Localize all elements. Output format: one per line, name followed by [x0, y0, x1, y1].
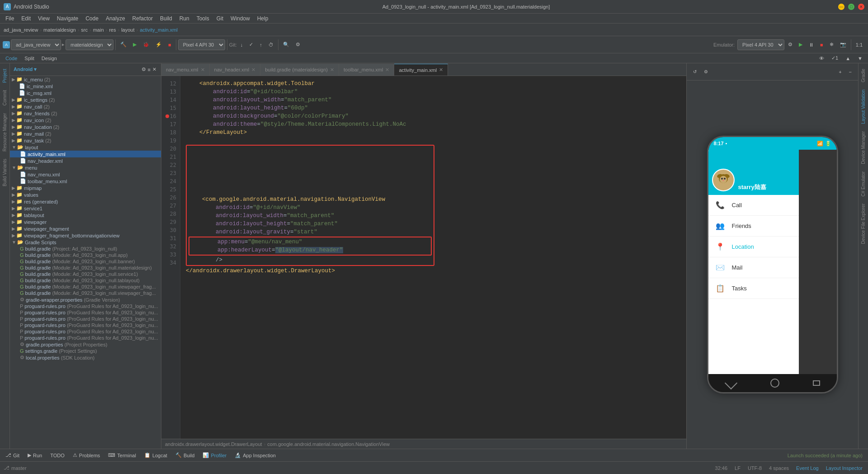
sidebar-tab-resource[interactable]: Resource Manager — [1, 109, 9, 155]
tree-item-nav-friends[interactable]: ▶ 📁 nav_friends (2) — [10, 110, 161, 117]
sidebar-tab-project[interactable]: Project — [1, 65, 9, 86]
home-button[interactable] — [770, 379, 779, 388]
tree-item-ic-mine[interactable]: 📄 ic_mine.xml — [10, 83, 161, 90]
tree-item-gradle-props[interactable]: ⚙ gradle.properties (Project Properties) — [10, 341, 161, 348]
1-1-button[interactable]: 1:1 — [853, 38, 865, 51]
bottom-todo-button[interactable]: TODO — [47, 450, 68, 460]
cursor-position[interactable]: 32:46 — [713, 465, 730, 471]
tab-close-activity-main[interactable]: ✕ — [439, 67, 443, 73]
emulator-stop-button[interactable]: ■ — [817, 38, 826, 51]
menu-edit[interactable]: Edit — [18, 14, 34, 23]
tab-close-build-gradle[interactable]: ✕ — [330, 67, 334, 73]
sidebar-tab-device-file[interactable]: Device File Explorer — [859, 200, 867, 247]
module-dropdown[interactable]: materialdesign — [66, 39, 113, 50]
path-layout[interactable]: layout — [121, 27, 134, 33]
tree-item-settings-gradle[interactable]: G settings.gradle (Project Settings) — [10, 348, 161, 354]
path-module[interactable]: materialdesign — [43, 27, 76, 33]
tree-item-viewpager[interactable]: ▶ 📁 viewpager — [10, 218, 161, 225]
tree-item-res-generated[interactable]: ▶ 📁 res (generated) — [10, 198, 161, 205]
sidebar-tab-gradle[interactable]: Gradle — [859, 65, 867, 86]
tree-item-viewpager-fragment[interactable]: ▶ 📁 viewpager_fragment — [10, 225, 161, 232]
attach-debugger-button[interactable]: ⚡ — [153, 38, 165, 51]
bottom-git-button[interactable]: ⎇ Git — [2, 450, 23, 460]
bottom-problems-button[interactable]: ⚠ Problems — [69, 450, 104, 460]
nav-item-call[interactable]: 📞 Call — [708, 195, 799, 216]
emulator-pause-button[interactable]: ⏸ — [806, 38, 816, 51]
tree-item-ic-settings[interactable]: ▶ 📁 ic_settings (2) — [10, 96, 161, 103]
tab-nav-header[interactable]: nav_header.xml ✕ — [210, 64, 261, 76]
device-dropdown[interactable]: Pixel 4 API 30 — [178, 39, 225, 50]
preview-zoom-out[interactable]: − — [846, 66, 854, 78]
bottom-logcat-button[interactable]: 📋 Logcat — [141, 450, 171, 460]
project-dropdown[interactable]: ad_java_review — [11, 39, 61, 50]
tree-item-gradle-wrapper[interactable]: ⚙ gradle-wrapper.properties (Gradle Vers… — [10, 296, 161, 303]
stop-button[interactable]: ■ — [165, 38, 174, 51]
project-gear-button[interactable]: ⚙ — [141, 63, 147, 76]
tree-item-proguard-5[interactable]: P proguard-rules.pro (ProGuard Rules for… — [10, 328, 161, 335]
tab-build-gradle[interactable]: build.gradle (materialdesign) ✕ — [260, 64, 339, 76]
emulator-cold-boot-button[interactable]: ❄ — [827, 38, 836, 51]
build-button[interactable]: 🔨 — [118, 38, 129, 51]
debug-button[interactable]: 🐞 — [140, 38, 152, 51]
recent-button[interactable] — [813, 380, 820, 386]
tree-item-build-gradle-viewpager[interactable]: G build.gradle (Module: Ad_0923_login_nu… — [10, 284, 161, 290]
tree-item-proguard-3[interactable]: P proguard-rules.pro (ProGuard Rules for… — [10, 316, 161, 322]
nav-item-friends[interactable]: 👥 Friends — [708, 216, 799, 237]
git-update-button[interactable]: ↓ — [238, 38, 246, 51]
tree-item-activity-main[interactable]: 📄 activity_main.xml — [10, 151, 161, 157]
path-file[interactable]: activity_main.xml — [140, 27, 178, 33]
tree-item-ic-menu[interactable]: ▶ 📁 ic_menu (2) — [10, 76, 161, 83]
path-res[interactable]: res — [109, 27, 116, 33]
tree-item-layout[interactable]: ▼ 📂 layout — [10, 144, 161, 151]
check-button[interactable]: ✓1 — [829, 52, 841, 65]
git-commit-button[interactable]: ✓ — [246, 38, 256, 51]
preview-btn-2[interactable]: ⚙ — [701, 66, 711, 78]
bottom-run-button[interactable]: ▶ Run — [24, 450, 46, 460]
tree-item-ic-msg[interactable]: 📄 ic_msg.xml — [10, 90, 161, 96]
split-tab-button[interactable]: Split — [22, 52, 37, 65]
menu-build[interactable]: Build — [156, 14, 176, 23]
tab-activity-main[interactable]: activity_main.xml ✕ — [394, 64, 448, 76]
bottom-build-button[interactable]: 🔨 Build — [172, 450, 198, 460]
tree-item-build-gradle-banner[interactable]: G build.gradle (Module: Ad_0923_login_nu… — [10, 258, 161, 265]
down-button[interactable]: ▼ — [855, 52, 865, 65]
menu-tools[interactable]: Tools — [193, 14, 213, 23]
tree-item-build-gradle-project[interactable]: G build.gradle (Project: Ad_0923_login_n… — [10, 246, 161, 252]
menu-analyze[interactable]: Analyze — [102, 14, 129, 23]
menu-file[interactable]: File — [2, 14, 18, 23]
run-button[interactable]: ▶ — [130, 38, 139, 51]
sidebar-tab-emulator[interactable]: C# Emulator — [859, 168, 867, 200]
bottom-profiler-button[interactable]: 📊 Profiler — [199, 450, 230, 460]
code-tab-button[interactable]: Code — [3, 52, 20, 65]
design-tab-button[interactable]: Design — [39, 52, 60, 65]
tree-item-mipmap[interactable]: ▶ 📁 mipmap — [10, 185, 161, 191]
menu-run[interactable]: Run — [176, 14, 193, 23]
path-src[interactable]: src — [81, 27, 88, 33]
nav-item-tasks[interactable]: 📋 Tasks — [708, 278, 799, 299]
indent-size[interactable]: 4 spaces — [767, 465, 791, 471]
tree-item-nav-header[interactable]: 📄 nav_header.xml — [10, 157, 161, 164]
tree-item-nav-call[interactable]: ▶ 📁 nav_call (2) — [10, 103, 161, 110]
event-log-button[interactable]: Event Log — [794, 465, 821, 471]
git-history-button[interactable]: ⏱ — [266, 38, 276, 51]
git-push-button[interactable]: ↑ — [257, 38, 265, 51]
tree-item-nav-mail[interactable]: ▶ 📁 nav_mail (2) — [10, 130, 161, 137]
code-content[interactable]: <androidx.appcompat.widget.Toolbar andro… — [180, 76, 686, 439]
project-close-button[interactable]: ✕ — [151, 63, 157, 76]
tree-item-values[interactable]: ▶ 📁 values — [10, 191, 161, 198]
menu-refactor[interactable]: Refactor — [129, 14, 156, 23]
sidebar-tab-device-manager[interactable]: Device Manager — [859, 128, 867, 168]
eye-button[interactable]: 👁 — [816, 52, 827, 65]
preview-btn-1[interactable]: ↺ — [690, 66, 699, 78]
menu-view[interactable]: View — [34, 14, 53, 23]
menu-navigate[interactable]: Navigate — [53, 14, 82, 23]
back-button[interactable] — [725, 377, 737, 389]
sidebar-tab-build-variants[interactable]: Build Variants — [1, 155, 9, 190]
tree-item-tablayout[interactable]: ▶ 📁 tablayout — [10, 212, 161, 218]
tree-item-proguard-6[interactable]: P proguard-rules.pro (ProGuard Rules for… — [10, 335, 161, 341]
preview-zoom-in[interactable]: + — [836, 66, 844, 78]
sidebar-tab-commit[interactable]: Commit — [1, 86, 9, 109]
tree-item-toolbar-menu[interactable]: 📄 toolbar_menu.xml — [10, 178, 161, 185]
tree-item-proguard-2[interactable]: P proguard-rules.pro (ProGuard Rules for… — [10, 309, 161, 316]
sidebar-tab-layout-validation[interactable]: Layout Validation — [859, 86, 867, 128]
